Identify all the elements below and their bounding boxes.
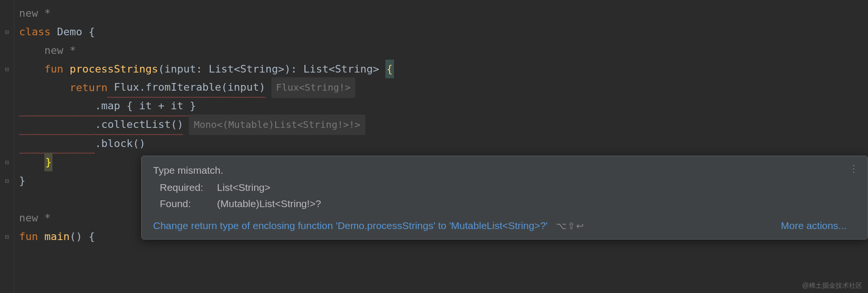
code-line[interactable]: new * [19,4,868,22]
code-content[interactable]: new * class Demo { new * fun processStri… [14,0,868,293]
code-line[interactable]: .collectList()Mono<(Mutable)List<String!… [19,115,868,134]
fold-toggle[interactable]: ⊟ [0,60,14,78]
tooltip-label: Found: [160,198,217,209]
gutter-row [0,115,14,134]
gutter-row [0,209,14,227]
fold-minus-icon: ⊟ [4,159,10,165]
error-underline: .collectList() [95,115,183,135]
fold-toggle[interactable]: ⊟ [0,153,14,171]
type-hint: Flux<String!> [271,77,356,98]
fold-toggle[interactable]: ⊟ [0,22,14,41]
error-underline: .map { it + it } [95,96,196,116]
tooltip-value: List<String> [217,182,270,193]
type-hint: Mono<(Mutable)List<String!>!> [189,115,365,135]
code-line[interactable]: new * [19,41,868,60]
code-line[interactable]: fun processStrings(input: List<String>):… [19,60,868,78]
matching-brace-close: } [44,153,52,171]
gutter-row [0,97,14,115]
error-underline: Flux.fromIterable(input) [107,78,265,98]
more-actions-link[interactable]: More actions... [781,220,847,231]
watermark-text: @稀土掘金技术社区 [802,282,862,290]
tooltip-title: Type mismatch. [153,165,856,176]
error-underline [19,134,95,154]
fold-minus-icon: ⊟ [4,234,10,240]
keyword: fun [44,60,63,78]
gutter-row [0,4,14,22]
tooltip-label: Required: [160,182,217,193]
code-line[interactable]: .map { it + it } [19,97,868,115]
tooltip-required-row: Required: List<String> [153,182,856,193]
fold-toggle[interactable]: ⊟ [0,171,14,190]
keyword: class [19,22,51,41]
error-underline [19,115,95,135]
kebab-menu-icon[interactable]: ⋮ [849,163,859,174]
matching-brace-open: { [385,60,393,78]
quickfix-link[interactable]: Change return type of enclosing function… [153,220,548,231]
inlay-hint: new * [19,209,51,227]
keyword: return [70,78,107,97]
tooltip-actions: Change return type of enclosing function… [153,220,856,231]
tooltip-found-row: Found: (Mutable)List<String!>? [153,198,856,209]
keyword: fun [19,227,38,246]
gutter-row [0,41,14,60]
code-line[interactable]: class Demo { [19,22,868,41]
gutter-row [0,134,14,153]
gutter-row [0,78,14,97]
gutter-row [0,190,14,209]
code-line[interactable]: .block() [19,134,868,153]
fold-toggle[interactable]: ⊟ [0,227,14,246]
gutter: ⊟ ⊟ ⊟ ⊟ ⊟ [0,0,14,293]
function-name: processStrings [63,60,158,78]
code-line[interactable]: return Flux.fromIterable(input)Flux<Stri… [19,78,868,97]
function-name: main [38,227,70,246]
error-underline [19,96,95,116]
inlay-hint: new * [44,41,76,60]
inlay-hint: new * [19,4,51,22]
code-editor[interactable]: ⊟ ⊟ ⊟ ⊟ ⊟ new * class Demo { new * fun p… [0,0,868,293]
fold-minus-icon: ⊟ [4,29,10,35]
shortcut-hint: ⌥⇧↩ [556,221,585,231]
class-name: Demo [57,22,82,41]
fold-minus-icon: ⊟ [4,178,10,184]
tooltip-value: (Mutable)List<String!>? [217,198,321,209]
fold-minus-icon: ⊟ [4,66,10,72]
error-tooltip: ⋮ Type mismatch. Required: List<String> … [141,156,868,240]
